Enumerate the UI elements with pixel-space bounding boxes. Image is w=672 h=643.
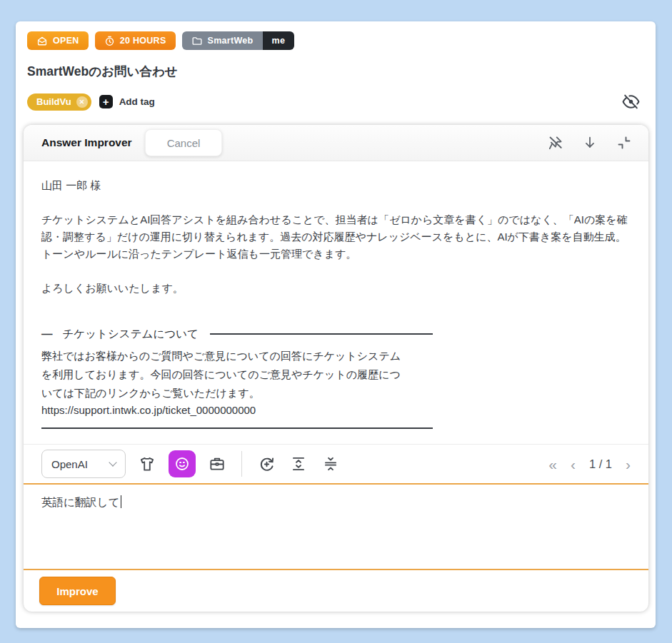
signature-dash: — xyxy=(41,325,53,343)
plus-icon: + xyxy=(99,95,113,108)
panel-header: Answer Improver Cancel xyxy=(24,125,648,161)
prompt-input-value: 英語に翻訳して xyxy=(41,496,120,508)
signature-line: いては下記のリンクからご覧いただけます。 xyxy=(41,384,433,402)
signature-rule-bottom xyxy=(41,427,433,429)
visibility-off-icon[interactable] xyxy=(622,93,640,111)
unpin-icon[interactable] xyxy=(547,134,564,151)
signature-heading: — チケットシステムについて xyxy=(41,325,433,343)
signature-line: を利用しております。今回の回答についてのご意見やチケットの履歴につ xyxy=(41,365,433,384)
tags-row: BuildVu ✕ + Add tag xyxy=(27,92,643,111)
badges-row: OPEN 20 HOURS SmartWeb me xyxy=(27,31,643,50)
signature-block: — チケットシステムについて 弊社ではお客様からのご質問やご意見についての回答に… xyxy=(41,325,433,429)
tag-label: BuildVu xyxy=(36,96,71,107)
remove-tag-icon[interactable]: ✕ xyxy=(76,96,88,108)
model-selector[interactable]: OpenAI xyxy=(41,450,126,478)
chevron-down-icon xyxy=(109,458,116,466)
signature-text: 弊社ではお客様からのご質問やご意見についての回答にチケットシステム を利用してお… xyxy=(41,347,433,418)
status-badge[interactable]: OPEN xyxy=(27,31,89,50)
collapse-icon[interactable] xyxy=(616,134,633,151)
add-tag-label: Add tag xyxy=(119,96,155,107)
shorten-text-button[interactable] xyxy=(320,450,341,477)
download-arrow-icon[interactable] xyxy=(582,134,598,151)
assignee-badge[interactable]: me xyxy=(263,31,295,50)
prompt-input[interactable]: 英語に翻訳して xyxy=(24,485,648,570)
friendly-tone-button[interactable] xyxy=(169,450,196,477)
business-tone-button[interactable] xyxy=(206,450,228,477)
status-label: OPEN xyxy=(53,36,79,46)
answer-improver-panel: Answer Improver Cancel 山田 一郎 様 チケットシステムと… xyxy=(24,125,648,612)
open-mail-icon xyxy=(36,36,48,46)
folder-icon xyxy=(191,36,203,46)
text-cursor xyxy=(121,495,122,508)
answer-text-area[interactable]: 山田 一郎 様 チケットシステムとAI回答アシストを組み合わせることで、担当者は… xyxy=(24,161,648,444)
model-selector-value: OpenAI xyxy=(51,458,88,470)
group-badge[interactable]: SmartWeb xyxy=(182,31,263,50)
closing-line: よろしくお願いいたします。 xyxy=(41,280,631,297)
panel-header-icons xyxy=(547,134,633,151)
improve-button[interactable]: Improve xyxy=(39,577,116,605)
group-label: SmartWeb xyxy=(208,36,254,46)
signature-line: 弊社ではお客様からのご質問やご意見についての回答にチケットシステム xyxy=(41,347,433,365)
casual-tone-button[interactable] xyxy=(136,450,158,477)
page-title: SmartWebのお問い合わせ xyxy=(27,63,643,80)
prev-page-button[interactable]: ‹ xyxy=(571,457,576,472)
expand-text-button[interactable] xyxy=(288,450,309,477)
signature-heading-label: チケットシステムについて xyxy=(63,325,199,343)
signature-rule-top xyxy=(210,333,433,335)
greeting-line: 山田 一郎 様 xyxy=(41,177,631,194)
assignee-label: me xyxy=(272,36,286,46)
signature-url: https://support.intwk.co.jp/ticket_00000… xyxy=(41,402,433,419)
body-paragraph: チケットシステムとAI回答アシストを組み合わせることで、担当者は「ゼロから文章を… xyxy=(41,211,631,263)
clock-icon xyxy=(104,36,115,46)
add-tag-button[interactable]: + Add tag xyxy=(99,95,155,108)
next-page-button[interactable]: › xyxy=(626,457,631,472)
pagination: « ‹ 1 / 1 › xyxy=(548,457,631,472)
cancel-button[interactable]: Cancel xyxy=(145,129,223,156)
tag-buildvu[interactable]: BuildVu ✕ xyxy=(27,93,91,111)
panel-footer: Improve xyxy=(24,570,648,612)
panel-title: Answer Improver xyxy=(41,136,132,149)
time-badge[interactable]: 20 HOURS xyxy=(95,31,176,50)
toolbar-divider xyxy=(241,451,242,477)
group-assignee-badge: SmartWeb me xyxy=(182,31,295,50)
ticket-header: OPEN 20 HOURS SmartWeb me S xyxy=(16,21,656,111)
time-label: 20 HOURS xyxy=(120,36,166,46)
regenerate-button[interactable] xyxy=(256,450,277,477)
first-page-button[interactable]: « xyxy=(548,457,557,472)
ticket-card: OPEN 20 HOURS SmartWeb me S xyxy=(16,21,656,628)
smiley-icon xyxy=(174,455,191,472)
improver-toolbar: OpenAI xyxy=(24,444,648,485)
page-indicator: 1 / 1 xyxy=(589,457,612,471)
